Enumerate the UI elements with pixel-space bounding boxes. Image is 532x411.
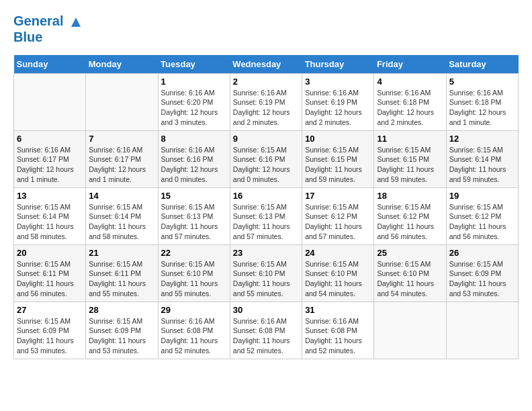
- day-info: Sunrise: 6:15 AM Sunset: 6:15 PM Dayligh…: [305, 145, 371, 185]
- day-cell: [14, 73, 86, 130]
- day-number: 14: [89, 191, 154, 201]
- day-info: Sunrise: 6:15 AM Sunset: 6:09 PM Dayligh…: [17, 316, 83, 356]
- day-number: 13: [17, 191, 83, 201]
- logo-blue: Blue: [13, 30, 83, 44]
- week-row-4: 20Sunrise: 6:15 AM Sunset: 6:11 PM Dayli…: [14, 244, 519, 302]
- day-cell: [86, 73, 158, 130]
- day-number: 18: [377, 191, 443, 201]
- day-number: 4: [377, 77, 443, 87]
- weekday-monday: Monday: [86, 55, 158, 74]
- calendar-body: 1Sunrise: 6:16 AM Sunset: 6:20 PM Daylig…: [14, 73, 519, 359]
- day-number: 7: [89, 134, 154, 144]
- day-cell: [374, 302, 446, 359]
- day-info: Sunrise: 6:15 AM Sunset: 6:12 PM Dayligh…: [449, 202, 515, 242]
- day-info: Sunrise: 6:15 AM Sunset: 6:10 PM Dayligh…: [161, 259, 227, 299]
- weekday-thursday: Thursday: [302, 55, 374, 74]
- day-number: 30: [233, 305, 299, 315]
- weekday-saturday: Saturday: [446, 55, 518, 74]
- day-cell: 10Sunrise: 6:15 AM Sunset: 6:15 PM Dayli…: [302, 130, 374, 187]
- day-number: 15: [161, 191, 227, 201]
- week-row-3: 13Sunrise: 6:15 AM Sunset: 6:14 PM Dayli…: [14, 187, 519, 244]
- day-cell: 18Sunrise: 6:15 AM Sunset: 6:12 PM Dayli…: [374, 187, 446, 244]
- day-info: Sunrise: 6:16 AM Sunset: 6:16 PM Dayligh…: [161, 145, 227, 185]
- day-number: 2: [233, 77, 299, 87]
- day-info: Sunrise: 6:15 AM Sunset: 6:12 PM Dayligh…: [377, 202, 443, 242]
- week-row-5: 27Sunrise: 6:15 AM Sunset: 6:09 PM Dayli…: [14, 302, 519, 359]
- day-number: 24: [305, 248, 371, 258]
- day-cell: 7Sunrise: 6:16 AM Sunset: 6:17 PM Daylig…: [86, 130, 158, 187]
- day-number: 27: [17, 305, 83, 315]
- day-number: 31: [305, 305, 371, 315]
- day-cell: 1Sunrise: 6:16 AM Sunset: 6:20 PM Daylig…: [158, 73, 230, 130]
- day-info: Sunrise: 6:15 AM Sunset: 6:11 PM Dayligh…: [89, 259, 154, 299]
- day-number: 22: [161, 248, 227, 258]
- day-number: 29: [161, 305, 227, 315]
- day-info: Sunrise: 6:16 AM Sunset: 6:19 PM Dayligh…: [305, 88, 371, 128]
- day-number: 21: [89, 248, 154, 258]
- day-cell: 28Sunrise: 6:15 AM Sunset: 6:09 PM Dayli…: [86, 302, 158, 359]
- day-number: 28: [89, 305, 154, 315]
- day-number: 26: [449, 248, 515, 258]
- day-number: 11: [377, 134, 443, 144]
- day-cell: [446, 302, 518, 359]
- day-number: 19: [449, 191, 515, 201]
- day-number: 23: [233, 248, 299, 258]
- day-info: Sunrise: 6:15 AM Sunset: 6:11 PM Dayligh…: [17, 259, 83, 299]
- day-number: 25: [377, 248, 443, 258]
- day-info: Sunrise: 6:16 AM Sunset: 6:08 PM Dayligh…: [305, 316, 371, 356]
- day-cell: 2Sunrise: 6:16 AM Sunset: 6:19 PM Daylig…: [230, 73, 302, 130]
- day-cell: 20Sunrise: 6:15 AM Sunset: 6:11 PM Dayli…: [14, 244, 86, 302]
- week-row-1: 1Sunrise: 6:16 AM Sunset: 6:20 PM Daylig…: [14, 73, 519, 130]
- day-info: Sunrise: 6:15 AM Sunset: 6:16 PM Dayligh…: [233, 145, 299, 185]
- day-cell: 6Sunrise: 6:16 AM Sunset: 6:17 PM Daylig…: [14, 130, 86, 187]
- day-info: Sunrise: 6:15 AM Sunset: 6:09 PM Dayligh…: [449, 259, 515, 299]
- day-info: Sunrise: 6:15 AM Sunset: 6:13 PM Dayligh…: [161, 202, 227, 242]
- day-cell: 30Sunrise: 6:16 AM Sunset: 6:08 PM Dayli…: [230, 302, 302, 359]
- day-info: Sunrise: 6:16 AM Sunset: 6:20 PM Dayligh…: [161, 88, 227, 128]
- day-cell: 15Sunrise: 6:15 AM Sunset: 6:13 PM Dayli…: [158, 187, 230, 244]
- weekday-header-row: SundayMondayTuesdayWednesdayThursdayFrid…: [14, 55, 519, 74]
- day-number: 8: [161, 134, 227, 144]
- day-cell: 21Sunrise: 6:15 AM Sunset: 6:11 PM Dayli…: [86, 244, 158, 302]
- day-cell: 8Sunrise: 6:16 AM Sunset: 6:16 PM Daylig…: [158, 130, 230, 187]
- day-number: 6: [17, 134, 83, 144]
- day-info: Sunrise: 6:16 AM Sunset: 6:17 PM Dayligh…: [17, 145, 83, 185]
- day-info: Sunrise: 6:16 AM Sunset: 6:18 PM Dayligh…: [449, 88, 515, 128]
- day-info: Sunrise: 6:15 AM Sunset: 6:10 PM Dayligh…: [233, 259, 299, 299]
- day-number: 5: [449, 77, 515, 87]
- logo-general: General: [13, 13, 63, 28]
- day-cell: 19Sunrise: 6:15 AM Sunset: 6:12 PM Dayli…: [446, 187, 518, 244]
- day-cell: 24Sunrise: 6:15 AM Sunset: 6:10 PM Dayli…: [302, 244, 374, 302]
- day-number: 16: [233, 191, 299, 201]
- day-info: Sunrise: 6:15 AM Sunset: 6:14 PM Dayligh…: [449, 145, 515, 185]
- day-cell: 27Sunrise: 6:15 AM Sunset: 6:09 PM Dayli…: [14, 302, 86, 359]
- day-number: 10: [305, 134, 371, 144]
- day-cell: 16Sunrise: 6:15 AM Sunset: 6:13 PM Dayli…: [230, 187, 302, 244]
- page-header: General Blue: [13, 13, 519, 44]
- day-info: Sunrise: 6:16 AM Sunset: 6:17 PM Dayligh…: [89, 145, 154, 185]
- day-cell: 23Sunrise: 6:15 AM Sunset: 6:10 PM Dayli…: [230, 244, 302, 302]
- day-cell: 11Sunrise: 6:15 AM Sunset: 6:15 PM Dayli…: [374, 130, 446, 187]
- day-cell: 31Sunrise: 6:16 AM Sunset: 6:08 PM Dayli…: [302, 302, 374, 359]
- day-info: Sunrise: 6:15 AM Sunset: 6:10 PM Dayligh…: [377, 259, 443, 299]
- day-cell: 3Sunrise: 6:16 AM Sunset: 6:19 PM Daylig…: [302, 73, 374, 130]
- calendar-table: SundayMondayTuesdayWednesdayThursdayFrid…: [13, 55, 519, 359]
- svg-marker-0: [71, 17, 81, 27]
- day-cell: 5Sunrise: 6:16 AM Sunset: 6:18 PM Daylig…: [446, 73, 518, 130]
- day-info: Sunrise: 6:15 AM Sunset: 6:12 PM Dayligh…: [305, 202, 371, 242]
- day-info: Sunrise: 6:16 AM Sunset: 6:19 PM Dayligh…: [233, 88, 299, 128]
- day-cell: 25Sunrise: 6:15 AM Sunset: 6:10 PM Dayli…: [374, 244, 446, 302]
- day-info: Sunrise: 6:16 AM Sunset: 6:18 PM Dayligh…: [377, 88, 443, 128]
- weekday-tuesday: Tuesday: [158, 55, 230, 74]
- day-number: 20: [17, 248, 83, 258]
- weekday-wednesday: Wednesday: [230, 55, 302, 74]
- day-cell: 17Sunrise: 6:15 AM Sunset: 6:12 PM Dayli…: [302, 187, 374, 244]
- day-cell: 29Sunrise: 6:16 AM Sunset: 6:08 PM Dayli…: [158, 302, 230, 359]
- day-info: Sunrise: 6:15 AM Sunset: 6:10 PM Dayligh…: [305, 259, 371, 299]
- day-info: Sunrise: 6:15 AM Sunset: 6:14 PM Dayligh…: [17, 202, 83, 242]
- day-number: 3: [305, 77, 371, 87]
- day-info: Sunrise: 6:16 AM Sunset: 6:08 PM Dayligh…: [233, 316, 299, 356]
- weekday-sunday: Sunday: [14, 55, 86, 74]
- day-number: 9: [233, 134, 299, 144]
- day-cell: 14Sunrise: 6:15 AM Sunset: 6:14 PM Dayli…: [86, 187, 158, 244]
